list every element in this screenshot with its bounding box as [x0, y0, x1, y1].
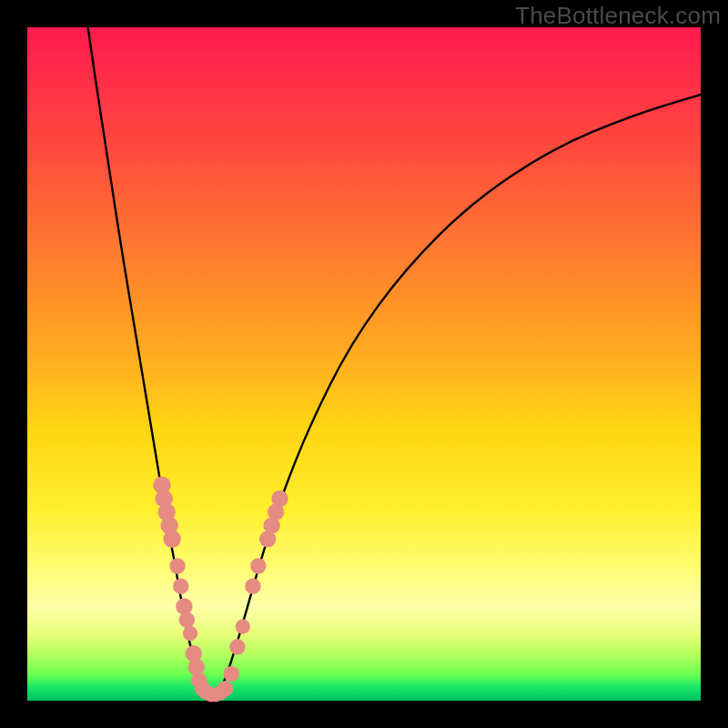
marker-dot	[229, 639, 245, 654]
marker-dot	[179, 612, 195, 628]
marker-dot	[271, 490, 288, 507]
marker-dot	[217, 681, 233, 696]
marker-dot	[173, 579, 188, 594]
curve-svg	[27, 27, 701, 701]
marker-dot	[245, 579, 260, 594]
data-markers	[153, 476, 288, 702]
marker-dot	[224, 666, 239, 682]
marker-dot	[163, 531, 180, 548]
chart-frame: TheBottleneck.com	[0, 0, 728, 728]
marker-dot	[250, 558, 266, 573]
marker-dot	[176, 598, 192, 614]
plot-area	[27, 27, 701, 701]
marker-dot	[183, 626, 197, 641]
marker-dot	[188, 659, 205, 675]
watermark-text: TheBottleneck.com	[515, 2, 721, 30]
marker-dot	[169, 558, 185, 573]
marker-dot	[236, 619, 250, 633]
